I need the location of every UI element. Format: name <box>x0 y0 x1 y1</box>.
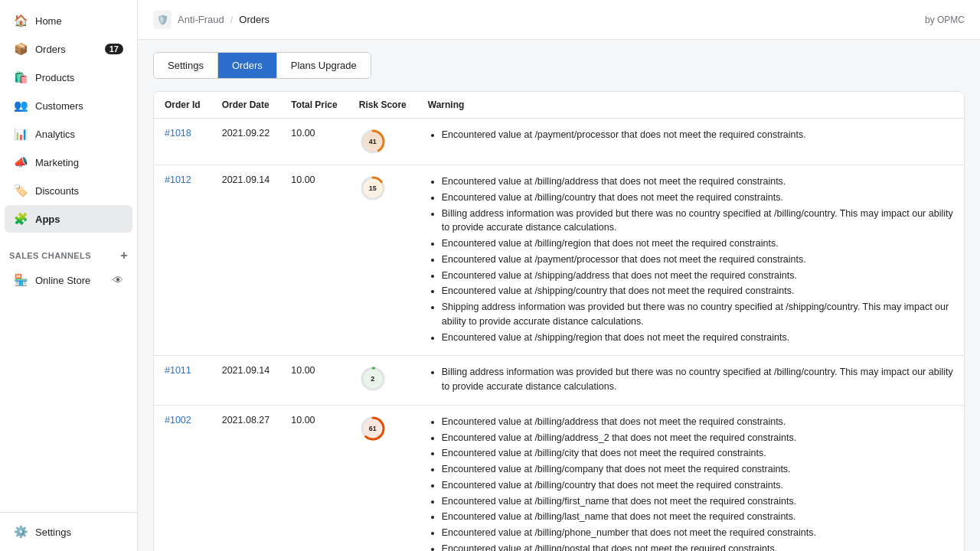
order-date-cell-3: 2021.08.27 <box>211 405 281 551</box>
order-date-cell-0: 2021.09.22 <box>211 119 281 165</box>
order-id-cell-1: #1012 <box>154 165 211 356</box>
main-content: 🛡️ Anti-Fraud / Orders by OPMC SettingsO… <box>138 0 980 551</box>
warning-item: Shipping address information was provide… <box>442 300 953 329</box>
sidebar-badge-orders: 17 <box>105 44 123 54</box>
warning-item: Encountered value at /billing/city that … <box>442 446 953 461</box>
total-price-cell-2: 10.00 <box>280 356 348 406</box>
tab-settings[interactable]: Settings <box>154 53 218 78</box>
risk-circle-0: 41 <box>359 128 387 155</box>
risk-score-label-3: 61 <box>369 425 377 432</box>
marketing-icon: 📣 <box>14 155 28 169</box>
warning-item: Billing address information was provided… <box>442 207 953 236</box>
products-icon: 🛍️ <box>14 70 28 84</box>
warning-item: Encountered value at /billing/country th… <box>442 478 953 493</box>
risk-circle-2: 2 <box>359 365 387 393</box>
risk-score-cell-1: 15 <box>348 165 417 356</box>
sidebar-item-label-home: Home <box>35 15 62 27</box>
warning-cell-1: Encountered value at /billing/address th… <box>417 165 964 356</box>
warning-list-2: Billing address information was provided… <box>428 365 953 394</box>
warning-item: Encountered value at /billing/first_name… <box>442 494 953 509</box>
order-id-cell-3: #1002 <box>154 405 211 551</box>
home-icon: 🏠 <box>14 14 28 28</box>
sidebar-item-discounts[interactable]: 🏷️ Discounts <box>5 177 132 204</box>
col-header-order-id: Order Id <box>154 92 211 119</box>
warning-item: Encountered value at /billing/postal tha… <box>442 542 953 551</box>
content-area: SettingsOrdersPlans Upgrade Order IdOrde… <box>138 40 980 551</box>
online-store-icon: 🏪 <box>14 273 28 287</box>
warning-item: Encountered value at /billing/phone_numb… <box>442 526 953 540</box>
tab-orders[interactable]: Orders <box>218 53 277 78</box>
tab-plans-upgrade[interactable]: Plans Upgrade <box>277 53 371 78</box>
col-header-order-date: Order Date <box>211 92 281 119</box>
app-icon: 🛡️ <box>153 11 172 29</box>
sidebar-item-label-customers: Customers <box>35 100 83 112</box>
orders-table: Order IdOrder DateTotal PriceRisk ScoreW… <box>154 92 964 551</box>
sidebar-item-orders[interactable]: 📦 Orders 17 <box>5 35 132 63</box>
risk-score-label-1: 15 <box>369 184 377 192</box>
sidebar-item-label-marketing: Marketing <box>35 157 79 168</box>
analytics-icon: 📊 <box>14 127 28 141</box>
breadcrumb-parent[interactable]: Anti-Fraud <box>178 14 224 25</box>
warning-item: Encountered value at /billing/address_2 … <box>442 431 953 445</box>
warning-cell-2: Billing address information was provided… <box>417 356 964 406</box>
breadcrumb-separator: / <box>230 14 234 25</box>
risk-score-label-2: 2 <box>371 375 374 383</box>
warning-item: Encountered value at /billing/region tha… <box>442 236 953 251</box>
sidebar-item-analytics[interactable]: 📊 Analytics <box>5 120 132 148</box>
discounts-icon: 🏷️ <box>14 184 28 197</box>
breadcrumb-current: Orders <box>239 14 270 25</box>
total-price-cell-0: 10.00 <box>280 119 348 165</box>
warning-cell-3: Encountered value at /billing/address th… <box>417 405 964 551</box>
warning-item: Encountered value at /billing/address th… <box>442 174 953 189</box>
sidebar-item-home[interactable]: 🏠 Home <box>5 7 132 34</box>
sales-channels-label: SALES CHANNELS <box>9 251 91 260</box>
sidebar: 🏠 Home 📦 Orders 17 🛍️ Products 👥 Custome… <box>0 0 138 551</box>
sidebar-item-label-orders: Orders <box>35 44 66 55</box>
orders-icon: 📦 <box>14 42 28 56</box>
orders-table-container: Order IdOrder DateTotal PriceRisk ScoreW… <box>153 91 965 551</box>
sidebar-item-products[interactable]: 🛍️ Products <box>5 64 132 91</box>
warning-item: Encountered value at /shipping/region th… <box>442 331 953 345</box>
add-sales-channel-button[interactable]: + <box>120 249 128 262</box>
sales-channels-section: SALES CHANNELS + <box>0 240 137 266</box>
risk-score-cell-3: 61 <box>348 405 417 551</box>
apps-icon: 🧩 <box>14 212 28 226</box>
order-link-1[interactable]: #1012 <box>165 174 191 185</box>
sidebar-item-customers[interactable]: 👥 Customers <box>5 92 132 119</box>
risk-score-cell-0: 41 <box>348 119 417 165</box>
col-header-total-price: Total Price <box>280 92 348 119</box>
sidebar-item-apps[interactable]: 🧩 Apps <box>5 205 132 233</box>
risk-circle-1: 15 <box>359 174 387 202</box>
total-price-cell-1: 10.00 <box>280 165 348 356</box>
sidebar-channel-online-store[interactable]: 🏪 Online Store 👁 <box>5 266 132 294</box>
sidebar-item-label-apps: Apps <box>35 214 60 225</box>
channel-view-icon[interactable]: 👁 <box>113 274 123 286</box>
tabs-container: SettingsOrdersPlans Upgrade <box>153 52 371 79</box>
order-date-cell-1: 2021.09.14 <box>211 165 281 356</box>
customers-icon: 👥 <box>14 99 28 112</box>
warning-item: Encountered value at /shipping/address t… <box>442 269 953 283</box>
warning-item: Encountered value at /payment/processor … <box>442 128 953 142</box>
total-price-cell-3: 10.00 <box>280 405 348 551</box>
warning-item: Encountered value at /shipping/country t… <box>442 284 953 298</box>
order-link-3[interactable]: #1002 <box>165 415 191 425</box>
sidebar-channel-label-online-store: Online Store <box>35 275 90 286</box>
warning-item: Encountered value at /billing/address th… <box>442 415 953 429</box>
breadcrumb: 🛡️ Anti-Fraud / Orders <box>153 11 270 29</box>
sidebar-settings-label: Settings <box>35 527 71 538</box>
order-link-0[interactable]: #1018 <box>165 128 191 139</box>
topbar: 🛡️ Anti-Fraud / Orders by OPMC <box>138 0 980 40</box>
order-id-cell-2: #1011 <box>154 356 211 406</box>
order-id-cell-0: #1018 <box>154 119 211 165</box>
table-row: #10182021.09.2210.00 41 Encountered valu… <box>154 119 964 165</box>
sidebar-item-marketing[interactable]: 📣 Marketing <box>5 148 132 176</box>
warning-list-1: Encountered value at /billing/address th… <box>428 174 953 344</box>
table-row: #10122021.09.1410.00 15 Encountered valu… <box>154 165 964 356</box>
sidebar-item-label-discounts: Discounts <box>35 185 79 197</box>
sidebar-item-settings[interactable]: ⚙️ Settings <box>5 518 132 546</box>
warning-item: Encountered value at /payment/processor … <box>442 253 953 267</box>
topbar-attribution: by OPMC <box>925 15 965 25</box>
warning-cell-0: Encountered value at /payment/processor … <box>417 119 964 165</box>
order-link-2[interactable]: #1011 <box>165 365 191 376</box>
settings-icon: ⚙️ <box>14 525 28 539</box>
